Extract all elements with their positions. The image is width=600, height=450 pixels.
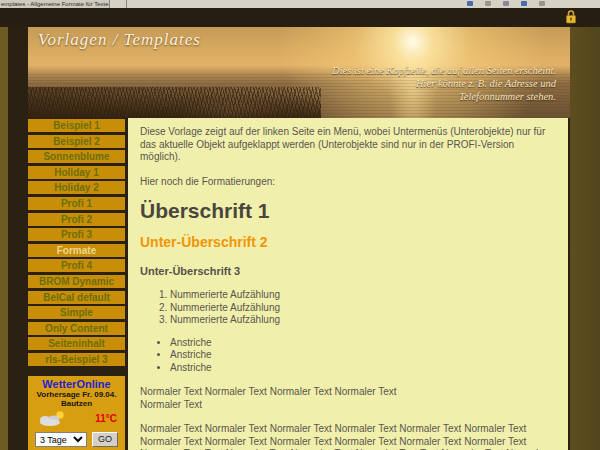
sidebar-item-beispiel-1[interactable]: Beispiel 1 <box>28 119 125 132</box>
header-sunset-image: Vorlagen / Templates Dies ist eine Kopfz… <box>28 27 570 118</box>
normal-text-long: Normaler Text Normaler Text Normaler Tex… <box>140 423 556 450</box>
wetteronline-logo[interactable]: WetterOnline <box>28 378 125 390</box>
numbered-list-item: Nummerierte Aufzählung <box>170 289 556 302</box>
normal-text-short: Normaler Text Normaler Text Normaler Tex… <box>140 386 556 411</box>
forecast-range-select[interactable]: 3 Tage <box>35 432 87 447</box>
bullet-list-item: Anstriche <box>170 337 556 350</box>
sidebar-item-profi-3[interactable]: Profi 3 <box>28 228 125 241</box>
header-tagline-line: Dies ist eine Kopfzeile, die auf allen S… <box>332 64 556 77</box>
browser-toolbar <box>467 1 545 6</box>
sidebar-menu: Beispiel 1 Beispiel 2 Sonnenblume Holida… <box>28 119 125 366</box>
browser-tab[interactable]: emplates - Allgemeine Formate für Texte … <box>0 0 110 8</box>
main-content: Diese Vorlage zeigt auf der linken Seite… <box>128 118 568 450</box>
formats-label: Hier noch die Formatierungen: <box>140 176 556 189</box>
temperature-value: 11°C <box>95 413 117 424</box>
weather-forecast-label: Vorhersage Fr. 09.04. <box>28 390 125 399</box>
browser-tab-stub[interactable] <box>110 0 127 8</box>
padlock-icon <box>565 9 577 25</box>
sidebar-item-holiday-2[interactable]: Holiday 2 <box>28 181 125 194</box>
sidebar-item-simple[interactable]: Simple <box>28 306 125 319</box>
browser-toolbar-icon[interactable] <box>539 1 545 6</box>
page-frame: Vorlagen / Templates Dies ist eine Kopfz… <box>8 27 570 450</box>
sidebar-item-formate[interactable]: Formate <box>28 244 125 257</box>
bullet-list-item: Anstriche <box>170 349 556 362</box>
header-tagline-line: Telefonnummer stehen. <box>332 90 556 103</box>
intro-paragraph: Diese Vorlage zeigt auf der linken Seite… <box>140 126 556 164</box>
header-tagline-line: Hier könnte z. B. die Adresse und <box>332 77 556 90</box>
page-right-margin <box>570 27 600 450</box>
browser-chrome: emplates - Allgemeine Formate für Texte … <box>0 0 600 8</box>
heading-1: Überschrift 1 <box>140 200 556 222</box>
sidebar-item-beispiel-2[interactable]: Beispiel 2 <box>28 135 125 148</box>
numbered-list-item: Nummerierte Aufzählung <box>170 302 556 315</box>
sidebar-item-seiteninhalt[interactable]: Seiteninhalt <box>28 337 125 350</box>
sidebar-item-belcal-default[interactable]: BelCal default <box>28 291 125 304</box>
sidebar-item-profi-1[interactable]: Profi 1 <box>28 197 125 210</box>
numbered-list-item: Nummerierte Aufzählung <box>170 314 556 327</box>
heading-2: Unter-Überschrift 2 <box>140 236 556 249</box>
browser-toolbar-icon[interactable] <box>521 1 527 6</box>
numbered-list: Nummerierte Aufzählung Nummerierte Aufzä… <box>170 289 556 327</box>
top-bar <box>0 8 600 27</box>
sidebar-item-profi-2[interactable]: Profi 2 <box>28 213 125 226</box>
sidebar-item-brom-dynamic[interactable]: BROM Dynamic <box>28 275 125 288</box>
heading-3: Unter-Überschrift 3 <box>140 265 556 278</box>
partly-cloudy-icon <box>36 410 70 427</box>
sidebar-item-only-content[interactable]: Only Content <box>28 322 125 335</box>
page-title: Vorlagen / Templates <box>38 30 201 50</box>
sidebar-item-sonnenblume[interactable]: Sonnenblume <box>28 150 125 163</box>
sidebar-item-rls-beispiel-3[interactable]: rls-Beispiel 3 <box>28 353 125 366</box>
browser-toolbar-icon[interactable] <box>485 1 491 6</box>
browser-toolbar-icon[interactable] <box>503 1 509 6</box>
header-tagline: Dies ist eine Kopfzeile, die auf allen S… <box>332 64 556 103</box>
weather-widget: WetterOnline Vorhersage Fr. 09.04. Bautz… <box>28 376 125 450</box>
page-left-margin <box>0 27 8 450</box>
weather-city: Bautzen <box>28 399 125 408</box>
sidebar-item-holiday-1[interactable]: Holiday 1 <box>28 166 125 179</box>
browser-toolbar-icon[interactable] <box>467 1 473 6</box>
bullet-list-item: Anstriche <box>170 362 556 375</box>
bullet-list: Anstriche Anstriche Anstriche <box>170 337 556 375</box>
sidebar-item-profi-4[interactable]: Profi 4 <box>28 259 125 272</box>
weather-go-button[interactable]: GO <box>92 432 118 447</box>
